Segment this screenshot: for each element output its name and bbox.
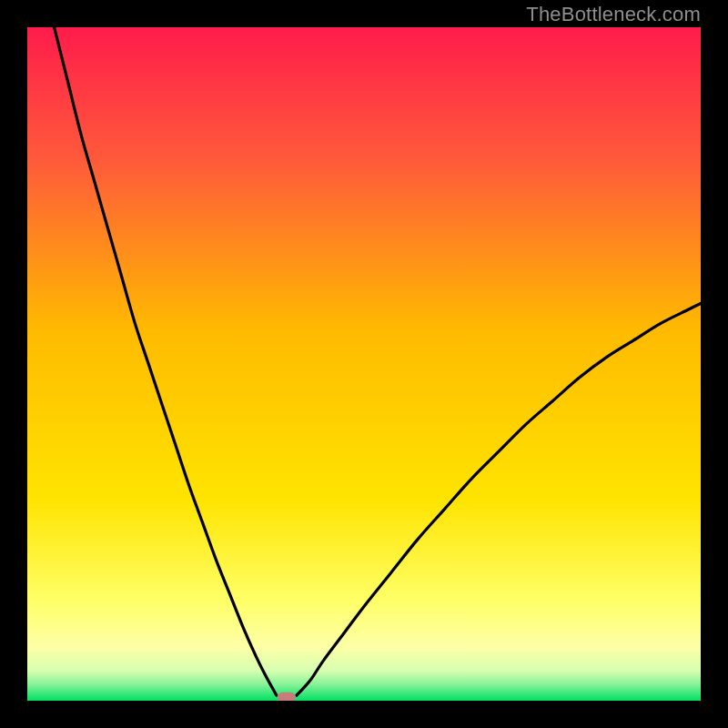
value-marker: [278, 693, 296, 701]
watermark-text: TheBottleneck.com: [526, 2, 701, 27]
plot-area: [27, 27, 701, 701]
gradient-bg: [27, 27, 701, 701]
chart-frame: TheBottleneck.com: [0, 0, 728, 728]
chart-svg: [27, 27, 701, 701]
